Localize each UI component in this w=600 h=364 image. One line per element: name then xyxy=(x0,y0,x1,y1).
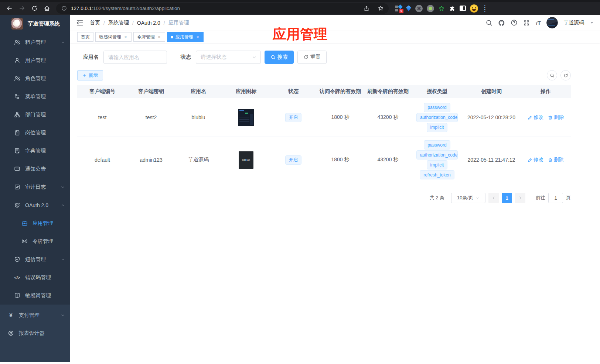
sidebar-item-dept-mgmt[interactable]: 部门管理 xyxy=(0,106,70,124)
refresh-table-button[interactable] xyxy=(560,70,571,80)
edit-link[interactable]: 修改 xyxy=(528,157,543,163)
search-button[interactable]: 搜索 xyxy=(265,51,294,64)
reset-button[interactable]: 重置 xyxy=(297,51,327,64)
browser-menu-icon[interactable]: ⋮⋮ xyxy=(482,6,486,11)
users-icon xyxy=(14,75,20,82)
sidebar-item-label: 用户管理 xyxy=(25,57,65,64)
delete-link[interactable]: 删除 xyxy=(548,114,564,121)
cell-client-id: default xyxy=(77,157,127,163)
help-icon[interactable] xyxy=(511,19,518,26)
breadcrumb-home[interactable]: 首页 xyxy=(90,20,100,26)
sidebar-item-oauth2[interactable]: OAuth 2.0 xyxy=(0,196,70,214)
table-header-row: 客户端编号 客户端密钥 应用名 应用图标 状态 访问令牌的有效期 刷新令牌的有效… xyxy=(77,85,571,98)
col-client-secret: 客户端密钥 xyxy=(127,88,175,95)
sidebar-item-label: 短信管理 xyxy=(25,256,61,263)
share-icon[interactable] xyxy=(363,5,370,12)
tab-sensitive-word[interactable]: 敏感词管理× xyxy=(95,32,132,42)
breadcrumb: 首页 / 系统管理 / OAuth 2.0 / 应用管理 xyxy=(90,20,189,26)
bookmark-star-icon[interactable] xyxy=(377,5,384,12)
sidebar-item-pay-mgmt[interactable]: ¥ 支付管理 xyxy=(0,306,70,324)
page-number-1[interactable]: 1 xyxy=(502,193,512,203)
col-refresh-validity: 刷新令牌的有效期 xyxy=(364,88,412,95)
browser-back-button[interactable] xyxy=(4,3,15,14)
edit-icon xyxy=(528,115,532,120)
app-name-input[interactable] xyxy=(103,51,167,64)
cell-refresh-validity: 43200 秒 xyxy=(364,114,412,121)
address-bar[interactable]: 127.0.0.1:1024/system/oauth2/oauth2/appl… xyxy=(56,3,389,14)
org-chart-icon xyxy=(14,111,20,118)
extension-blocks-icon[interactable]: 9 xyxy=(395,5,402,12)
applications-table: 客户端编号 客户端密钥 应用名 应用图标 状态 访问令牌的有效期 刷新令牌的有效… xyxy=(77,85,571,183)
add-button-label: 新增 xyxy=(89,72,98,79)
github-icon[interactable] xyxy=(498,19,505,26)
sidebar-item-report-designer[interactable]: 报表设计器 xyxy=(0,324,70,342)
next-page-button[interactable] xyxy=(515,193,525,203)
sidebar-item-user-mgmt[interactable]: 用户管理 xyxy=(0,51,70,69)
add-button[interactable]: 新增 xyxy=(77,70,103,80)
sidebar-item-oauth2-token-mgmt[interactable]: 令牌管理 xyxy=(0,232,70,250)
cell-access-validity: 1800 秒 xyxy=(317,114,364,121)
tab-home[interactable]: 首页 xyxy=(77,32,93,42)
badge-icon xyxy=(14,130,20,136)
breadcrumb-oauth2[interactable]: OAuth 2.0 xyxy=(137,20,160,26)
sidebar-item-oauth2-app-mgmt[interactable]: 应用管理 xyxy=(0,214,70,232)
status-select[interactable]: 请选择状态 xyxy=(196,51,261,64)
app-title: 芋道管理系统 xyxy=(28,20,60,27)
extension-star-icon[interactable] xyxy=(438,5,445,12)
grant-type-tags: password authorization_code implicit ref… xyxy=(413,140,461,179)
header-search-icon[interactable] xyxy=(485,19,492,26)
delete-link[interactable]: 删除 xyxy=(548,157,564,163)
sidebar-item-role-mgmt[interactable]: 角色管理 xyxy=(0,69,70,87)
user-avatar[interactable] xyxy=(546,17,558,28)
font-size-icon[interactable]: тT xyxy=(536,20,541,25)
fullscreen-icon[interactable] xyxy=(523,19,530,26)
pagination: 共 2 条 10条/页 1 前往 页 xyxy=(77,193,571,203)
page-size-select[interactable]: 10条/页 xyxy=(451,193,485,203)
chevron-left-icon xyxy=(491,196,496,200)
extension-gem-icon[interactable] xyxy=(406,6,411,11)
profile-avatar-icon[interactable] xyxy=(470,4,478,13)
sidebar-item-dict-mgmt[interactable]: 字典管理 xyxy=(0,142,70,160)
close-icon[interactable]: × xyxy=(195,35,200,39)
user-menu-caret-icon[interactable] xyxy=(590,21,594,25)
extension-command-icon[interactable]: ⌘ xyxy=(415,5,423,12)
extensions-puzzle-icon[interactable] xyxy=(449,5,456,12)
browser-home-button[interactable] xyxy=(41,3,52,14)
sidebar-item-sms-mgmt[interactable]: 短信管理 xyxy=(0,250,70,268)
sidebar-item-menu-mgmt[interactable]: 菜单管理 xyxy=(0,87,70,106)
sidebar-item-sensitive-word-mgmt[interactable]: 敏感词管理 xyxy=(0,286,70,305)
toggle-search-button[interactable] xyxy=(547,70,557,80)
close-icon[interactable]: × xyxy=(123,35,128,39)
browser-reload-button[interactable] xyxy=(29,3,40,14)
active-dot xyxy=(171,36,173,38)
edit-link[interactable]: 修改 xyxy=(528,114,543,121)
sidebar-item-tenant-mgmt[interactable]: 租户管理 xyxy=(0,33,70,51)
sidebar-item-label: 租户管理 xyxy=(25,39,61,46)
app-logo-row[interactable]: 芋道管理系统 xyxy=(0,15,70,32)
user-name[interactable]: 芋道源码 xyxy=(563,20,584,26)
prev-page-button[interactable] xyxy=(488,193,499,203)
goto-page-input[interactable] xyxy=(548,193,563,203)
sidebar: 芋道管理系统 租户管理 用户管理 角色管理 菜单管理 部门管理 xyxy=(0,15,70,362)
breadcrumb-system[interactable]: 系统管理 xyxy=(108,20,129,26)
close-icon[interactable]: × xyxy=(157,35,161,39)
tab-token-mgmt[interactable]: 令牌管理× xyxy=(133,32,165,42)
sidebar-item-audit-log[interactable]: 审计日志 xyxy=(0,178,70,196)
sidebar-item-error-code-mgmt[interactable]: </> 错误码管理 xyxy=(0,268,70,286)
col-actions: 操作 xyxy=(521,88,571,95)
extension-record-icon[interactable] xyxy=(427,5,434,12)
search-button-label: 搜索 xyxy=(277,54,288,61)
browser-forward-button[interactable] xyxy=(16,3,27,14)
col-grant-types: 授权类型 xyxy=(412,88,462,95)
chevron-right-icon xyxy=(518,196,522,200)
site-info-icon[interactable] xyxy=(61,5,68,12)
sidebar-collapse-icon[interactable] xyxy=(76,19,84,27)
sidebar-toggle-icon[interactable] xyxy=(460,6,466,11)
breadcrumb-separator: / xyxy=(132,20,134,26)
app-logo xyxy=(11,18,23,30)
robot-icon xyxy=(14,202,20,208)
url-host: 127.0.0.1 xyxy=(71,6,92,11)
tab-app-mgmt[interactable]: 应用管理× xyxy=(167,32,204,42)
sidebar-item-notice[interactable]: 通知公告 xyxy=(0,160,70,178)
sidebar-item-post-mgmt[interactable]: 岗位管理 xyxy=(0,124,70,142)
